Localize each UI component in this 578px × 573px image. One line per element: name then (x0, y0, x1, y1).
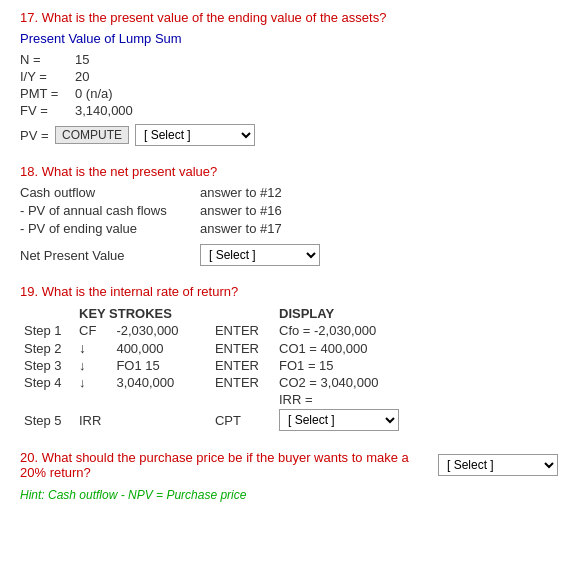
q19-irr-blank2 (75, 391, 112, 408)
q17-compute-button: COMPUTE (55, 126, 129, 144)
q19-step5-blank (112, 408, 210, 432)
q19-step4-display: CO2 = 3,040,000 (275, 374, 403, 391)
question-18: 18. What is the net present value? Cash … (20, 164, 558, 266)
q17-n-value: 15 (75, 52, 89, 67)
q20-hint: Hint: Cash outflow - NPV = Purchase pric… (20, 488, 558, 502)
q19-step5-row: Step 5 IRR CPT [ Select ] (20, 408, 403, 432)
question-17: 17. What is the present value of the end… (20, 10, 558, 146)
q18-row-3: - PV of ending value answer to #17 (20, 221, 558, 236)
q19-irr-blank4 (211, 391, 275, 408)
q17-pv-label: PV = (20, 128, 55, 143)
q17-number: 17. What is the present value of the end… (20, 10, 558, 25)
q18-row-2: - PV of annual cash flows answer to #16 (20, 203, 558, 218)
q18-result-label: Net Present Value (20, 248, 200, 263)
q19-header-row: KEY STROKES DISPLAY (20, 305, 403, 322)
q19-step3-key2: FO1 15 (112, 357, 210, 374)
q17-n-label: N = (20, 52, 75, 67)
q19-step1-key1: CF (75, 322, 112, 339)
q20-row: 20. What should the purchase price be if… (20, 450, 558, 480)
q17-compute-row: PV = COMPUTE [ Select ] (20, 124, 558, 146)
q17-pmt-row: PMT = 0 (n/a) (20, 86, 558, 101)
q19-step3-key1: ↓ (75, 357, 112, 374)
q19-step1-key2: -2,030,000 (112, 322, 210, 339)
q19-step4-key2: 3,040,000 (112, 374, 210, 391)
q18-desc-3: - PV of ending value (20, 221, 200, 236)
q19-step5-key: IRR (75, 408, 112, 432)
q17-fv-row: FV = 3,140,000 (20, 103, 558, 118)
question-20: 20. What should the purchase price be if… (20, 450, 558, 502)
q19-step4-key1: ↓ (75, 374, 112, 391)
q18-row-1: Cash outflow answer to #12 (20, 185, 558, 200)
q19-number: 19. What is the internal rate of return? (20, 284, 558, 299)
q18-select[interactable]: [ Select ] (200, 244, 320, 266)
q18-answer-1: answer to #12 (200, 185, 282, 200)
q19-header-keystrokes: KEY STROKES (75, 305, 275, 322)
q18-table: Cash outflow answer to #12 - PV of annua… (20, 185, 558, 236)
q17-select[interactable]: [ Select ] (135, 124, 255, 146)
q19-step5-select-cell: [ Select ] (275, 408, 403, 432)
q19-step2-key3: ENTER (211, 339, 275, 357)
q19-step3-label: Step 3 (20, 357, 75, 374)
q19-step3-display: FO1 = 15 (275, 357, 403, 374)
q19-step1-display: Cfo = -2,030,000 (275, 322, 403, 339)
q19-step1-row: Step 1 CF -2,030,000 ENTER Cfo = -2,030,… (20, 322, 403, 339)
q17-iy-label: I/Y = (20, 69, 75, 84)
q19-step4-row: Step 4 ↓ 3,040,000 ENTER CO2 = 3,040,000 (20, 374, 403, 391)
q18-desc-2: - PV of annual cash flows (20, 203, 200, 218)
q19-step2-row: Step 2 ↓ 400,000 ENTER CO1 = 400,000 (20, 339, 403, 357)
q19-step3-key3: ENTER (211, 357, 275, 374)
q17-fv-label: FV = (20, 103, 75, 118)
q17-fv-value: 3,140,000 (75, 103, 133, 118)
q17-pmt-label: PMT = (20, 86, 75, 101)
q17-n-row: N = 15 (20, 52, 558, 67)
q19-step4-label: Step 4 (20, 374, 75, 391)
question-19: 19. What is the internal rate of return?… (20, 284, 558, 432)
q20-number: 20. What should the purchase price be if… (20, 450, 428, 480)
q19-step1-label: Step 1 (20, 322, 75, 339)
q19-step2-display: CO1 = 400,000 (275, 339, 403, 357)
q17-pmt-value: 0 (n/a) (75, 86, 113, 101)
q19-table: KEY STROKES DISPLAY Step 1 CF -2,030,000… (20, 305, 403, 432)
q19-step5-label: Step 5 (20, 408, 75, 432)
q19-step2-label: Step 2 (20, 339, 75, 357)
q17-iy-row: I/Y = 20 (20, 69, 558, 84)
q18-number: 18. What is the net present value? (20, 164, 558, 179)
q18-answer-3: answer to #17 (200, 221, 282, 236)
q17-iy-value: 20 (75, 69, 89, 84)
q17-title: Present Value of Lump Sum (20, 31, 558, 46)
q19-header-blank (20, 305, 75, 322)
q18-answer-2: answer to #16 (200, 203, 282, 218)
q19-header-display: DISPLAY (275, 305, 403, 322)
q19-step2-key2: 400,000 (112, 339, 210, 357)
q19-irr-display: IRR = (275, 391, 403, 408)
q19-irr-blank3 (112, 391, 210, 408)
q18-desc-1: Cash outflow (20, 185, 200, 200)
q19-step4-key3: ENTER (211, 374, 275, 391)
q20-select[interactable]: [ Select ] (438, 454, 558, 476)
q19-step3-row: Step 3 ↓ FO1 15 ENTER FO1 = 15 (20, 357, 403, 374)
q19-irr-blank (20, 391, 75, 408)
q19-irr-display-row: IRR = (20, 391, 403, 408)
q19-select[interactable]: [ Select ] (279, 409, 399, 431)
q19-step5-cpt: CPT (211, 408, 275, 432)
q19-step2-key1: ↓ (75, 339, 112, 357)
q18-result-row: Net Present Value [ Select ] (20, 244, 558, 266)
q19-step1-key3: ENTER (211, 322, 275, 339)
